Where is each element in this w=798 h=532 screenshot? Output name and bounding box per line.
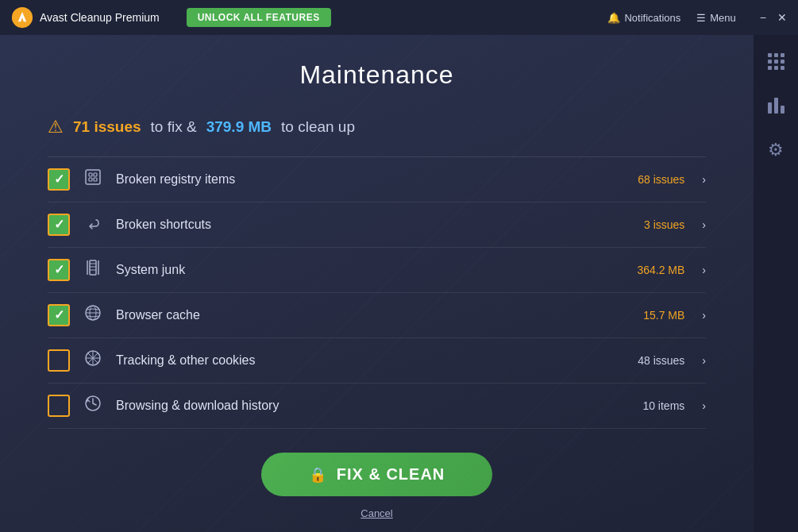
checkbox[interactable]: [48, 349, 70, 372]
page-title: Maintenance: [0, 35, 754, 106]
item-count: 68 issues: [638, 173, 684, 186]
checkbox[interactable]: [48, 168, 70, 191]
notifications-label: Notifications: [624, 12, 680, 24]
menu-label: Menu: [710, 12, 736, 24]
item-label: Browsing & download history: [116, 399, 631, 413]
item-count: 3 issues: [644, 218, 684, 231]
hamburger-icon: ☰: [696, 12, 706, 24]
chevron-right-icon: ›: [702, 173, 706, 186]
cancel-button[interactable]: Cancel: [360, 507, 392, 519]
connector1: to fix &: [151, 118, 197, 136]
titlebar-right-controls: 🔔 Notifications ☰ Menu − ✕: [607, 12, 787, 24]
item-icon: [81, 395, 105, 417]
list-item[interactable]: Browsing & download history10 items›: [48, 384, 706, 429]
fix-clean-label: FIX & CLEAN: [337, 465, 445, 484]
grid-view-button[interactable]: [758, 43, 794, 79]
issues-summary: ⚠ 71 issues to fix & 379.9 MB to clean u…: [0, 106, 754, 148]
chevron-right-icon: ›: [702, 354, 706, 367]
avast-logo-icon: [11, 6, 33, 29]
grid-icon: [768, 53, 785, 70]
list-item[interactable]: Tracking & other cookies48 issues›: [48, 338, 706, 384]
item-label: Tracking & other cookies: [116, 353, 626, 368]
chevron-right-icon: ›: [702, 309, 706, 322]
svg-rect-4: [89, 178, 92, 181]
item-icon: [81, 349, 105, 372]
app-logo: Avast Cleanup Premium: [11, 6, 174, 29]
svg-rect-6: [90, 260, 96, 275]
svg-rect-3: [94, 173, 97, 176]
svg-rect-5: [94, 178, 97, 181]
item-label: System junk: [116, 263, 626, 277]
warning-icon: ⚠: [48, 117, 64, 137]
item-count: 10 items: [642, 399, 684, 412]
item-label: Broken registry items: [116, 172, 626, 187]
list-item[interactable]: Broken shortcuts3 issues›: [48, 202, 706, 248]
svg-rect-1: [86, 170, 100, 184]
item-count: 48 issues: [638, 354, 684, 367]
item-label: Browser cache: [116, 308, 632, 322]
list-item[interactable]: System junk364.2 MB›: [48, 248, 706, 293]
list-item[interactable]: Broken registry items68 issues›: [48, 157, 706, 202]
window-controls: − ✕: [760, 12, 787, 23]
item-icon: [81, 304, 105, 326]
item-icon: [81, 259, 105, 281]
checkbox[interactable]: [48, 395, 70, 417]
chevron-right-icon: ›: [702, 399, 706, 412]
item-icon: [81, 214, 105, 236]
chevron-right-icon: ›: [702, 218, 706, 231]
item-label: Broken shortcuts: [116, 218, 633, 232]
checkbox[interactable]: [48, 259, 70, 281]
minimize-button[interactable]: −: [760, 12, 766, 23]
checkbox[interactable]: [48, 304, 70, 326]
action-area: 🔒 FIX & CLEAN Cancel: [0, 429, 754, 532]
checkbox[interactable]: [48, 214, 70, 236]
chevron-right-icon: ›: [702, 264, 706, 276]
issues-count: 71 issues: [73, 118, 141, 136]
item-count: 364.2 MB: [637, 264, 684, 276]
unlock-all-features-button[interactable]: UNLOCK ALL FEATURES: [187, 8, 331, 27]
soccer-ball-icon: ⚙: [768, 140, 784, 160]
item-count: 15.7 MB: [643, 309, 684, 322]
settings-button[interactable]: ⚙: [758, 132, 794, 168]
content-area: Maintenance ⚠ 71 issues to fix & 379.9 M…: [0, 35, 754, 532]
list-item[interactable]: Browser cache15.7 MB›: [48, 293, 706, 338]
menu-button[interactable]: ☰ Menu: [696, 12, 736, 24]
close-button[interactable]: ✕: [777, 12, 787, 23]
item-icon: [81, 168, 105, 191]
bell-icon: 🔔: [607, 12, 620, 24]
chart-icon: [768, 98, 785, 114]
svg-rect-2: [89, 173, 92, 176]
app-name: Avast Cleanup Premium: [40, 11, 160, 24]
cleanup-size: 379.9 MB: [206, 118, 272, 136]
lock-icon: 🔒: [309, 466, 327, 484]
right-sidebar: ⚙: [754, 35, 798, 532]
fix-clean-button[interactable]: 🔒 FIX & CLEAN: [261, 453, 493, 496]
chart-view-button[interactable]: [758, 87, 794, 124]
titlebar: Avast Cleanup Premium UNLOCK ALL FEATURE…: [0, 0, 798, 35]
notifications-button[interactable]: 🔔 Notifications: [607, 12, 680, 24]
connector2: to clean up: [281, 118, 355, 136]
main-layout: Maintenance ⚠ 71 issues to fix & 379.9 M…: [0, 35, 798, 532]
maintenance-items-list: Broken registry items68 issues›Broken sh…: [48, 156, 706, 429]
